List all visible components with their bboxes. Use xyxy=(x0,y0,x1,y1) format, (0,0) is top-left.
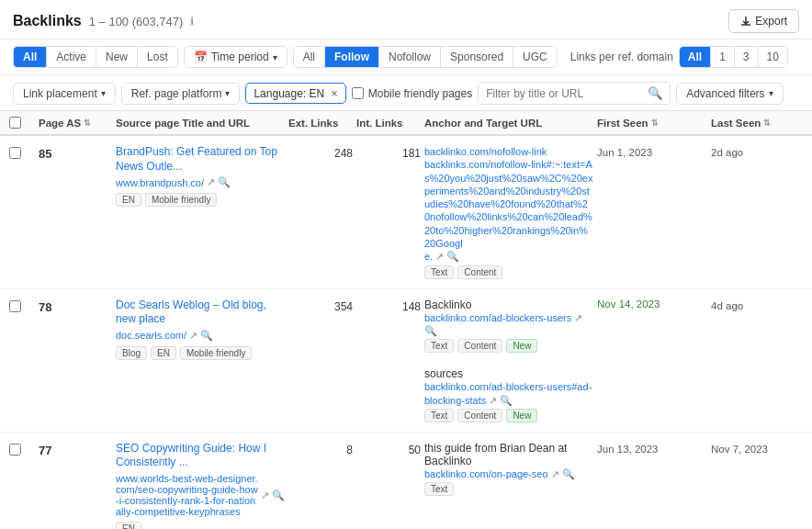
sort-page-as-icon[interactable]: ⇅ xyxy=(84,118,91,128)
tab-lost[interactable]: Lost xyxy=(138,47,177,67)
int-links-3: 50 xyxy=(356,442,421,456)
last-seen-1: 2d ago xyxy=(711,145,803,158)
table-row: 77 SEO Copywriting Guide: How I Consiste… xyxy=(0,433,812,529)
first-seen-3: Jun 13, 2023 xyxy=(597,442,707,455)
url-filter-input[interactable] xyxy=(479,84,641,104)
source-url-link-1[interactable]: www.brandpush.co/ xyxy=(116,177,204,188)
ref-page-platform-dropdown[interactable]: Ref. page platform ▾ xyxy=(121,83,241,105)
link-placement-dropdown[interactable]: Link placement ▾ xyxy=(13,83,116,105)
col-last-seen: Last Seen ⇅ xyxy=(711,118,803,129)
source-url-link-2[interactable]: doc.searls.com/ xyxy=(116,330,186,341)
first-seen-2: Nov 14, 2023 xyxy=(597,298,707,310)
follow-tab-nofollow[interactable]: Nofollow xyxy=(379,47,441,67)
source-tags-1: EN Mobile friendly xyxy=(116,193,285,207)
info-icon[interactable]: ℹ xyxy=(190,16,194,28)
export-button[interactable]: Export xyxy=(728,9,799,33)
chevron-down-icon: ▾ xyxy=(101,88,106,98)
anchor-tags-3: Text xyxy=(424,482,593,496)
backlinks-count: 1 – 100 (603,747) xyxy=(89,15,184,28)
links-per-ref-label: Links per ref. domain xyxy=(570,51,673,63)
row-checkbox-3 xyxy=(9,442,35,458)
tab-new[interactable]: New xyxy=(96,47,138,67)
chevron-down-icon: ▾ xyxy=(769,88,773,98)
tag-blog: Blog xyxy=(116,346,147,360)
search-icon[interactable]: 🔍 xyxy=(500,395,513,406)
external-link-icon[interactable]: ↗ xyxy=(489,395,497,406)
tab-all[interactable]: All xyxy=(14,47,47,67)
follow-tab-ugc[interactable]: UGC xyxy=(513,47,557,67)
source-title-2[interactable]: Doc Searls Weblog – Old blog, new place xyxy=(116,298,285,327)
tag-en: EN xyxy=(151,346,176,360)
num-btn-10[interactable]: 10 xyxy=(759,47,787,67)
col-int: Int. Links xyxy=(356,118,421,129)
last-seen-2: 4d ago xyxy=(711,298,803,311)
search-icon[interactable]: 🔍 xyxy=(446,251,459,262)
tag-mobile: Mobile friendly xyxy=(180,346,252,360)
anchor-col-2: Backlinko backlinko.com/ad-blockers-user… xyxy=(424,298,593,422)
filter-bar-2: Link placement ▾ Ref. page platform ▾ La… xyxy=(0,75,812,111)
source-url-3: www.worlds-best-web-designer.com/seo-cop… xyxy=(116,473,285,517)
ext-links-3: 8 xyxy=(288,442,353,456)
language-filter: Language: EN × xyxy=(245,83,345,104)
follow-tab-all[interactable]: All xyxy=(294,47,325,67)
links-per-ref-group: All 1 3 10 xyxy=(679,46,788,68)
row-checkbox-2 xyxy=(9,298,35,315)
follow-tab-sponsored[interactable]: Sponsored xyxy=(441,47,513,67)
num-btn-all[interactable]: All xyxy=(680,47,711,67)
anchor-tags-2a: Text Content New xyxy=(424,339,593,353)
external-link-icon[interactable]: ↗ xyxy=(574,312,582,323)
tag-text: Text xyxy=(424,482,454,496)
language-filter-value: Language: EN xyxy=(254,87,324,100)
search-icon[interactable]: 🔍 xyxy=(200,330,213,342)
anchor-section-2a: Backlinko backlinko.com/ad-blockers-user… xyxy=(424,298,593,354)
source-title-3[interactable]: SEO Copywriting Guide: How I Consistentl… xyxy=(116,442,285,470)
int-links-1: 181 xyxy=(356,145,421,160)
page-as-3: 77 xyxy=(39,442,112,457)
search-icon[interactable]: 🔍 xyxy=(272,490,285,501)
external-link-icon[interactable]: ↗ xyxy=(551,468,559,479)
num-btn-1[interactable]: 1 xyxy=(711,47,735,67)
num-btn-3[interactable]: 3 xyxy=(735,47,759,67)
mobile-friendly-label: Mobile friendly pages xyxy=(368,87,472,100)
table-header: Page AS ⇅ Source page Title and URL Ext.… xyxy=(0,111,812,136)
follow-tab-follow[interactable]: Follow xyxy=(325,47,379,67)
page-title: Backlinks xyxy=(13,13,82,29)
top-bar: Backlinks 1 – 100 (603,747) ℹ Export xyxy=(0,0,812,39)
external-link-icon[interactable]: ↗ xyxy=(189,330,197,342)
col-anchor: Anchor and Target URL xyxy=(424,118,593,129)
source-title-1[interactable]: BrandPush: Get Featured on Top News Outl… xyxy=(116,145,285,174)
mobile-friendly-checkbox[interactable] xyxy=(352,87,364,99)
tag-en: EN xyxy=(116,193,141,207)
search-icon[interactable]: 🔍 xyxy=(218,176,231,188)
int-links-2: 148 xyxy=(356,298,421,313)
chevron-down-icon: ▾ xyxy=(273,52,277,62)
anchor-url-3: backlinko.com/on-page-seo ↗ 🔍 xyxy=(424,467,593,480)
anchor-col-1: backlinko.com/nofollow-link backlinks.co… xyxy=(424,145,593,279)
export-icon xyxy=(740,16,751,27)
time-period-button[interactable]: 📅 Time period ▾ xyxy=(184,46,288,68)
anchor-name-2b: sources xyxy=(424,367,593,380)
external-link-icon[interactable]: ↗ xyxy=(207,176,215,188)
advanced-filters-button[interactable]: Advanced filters ▾ xyxy=(676,83,783,105)
url-filter-input-group: 🔍 xyxy=(478,82,671,105)
chevron-down-icon: ▾ xyxy=(225,88,230,98)
anchor-url-1: backlinko.com/nofollow-link backlinks.co… xyxy=(424,145,593,264)
search-icon[interactable]: 🔍 xyxy=(562,468,575,479)
ext-links-1: 248 xyxy=(288,145,353,160)
source-tags-3: EN xyxy=(116,522,285,529)
language-filter-clear[interactable]: × xyxy=(331,86,338,100)
url-filter-search-button[interactable]: 🔍 xyxy=(641,83,670,104)
external-link-icon[interactable]: ↗ xyxy=(261,490,269,501)
row-checkbox-1 xyxy=(9,145,35,162)
tag-text: Text xyxy=(424,409,454,422)
tab-active[interactable]: Active xyxy=(47,47,96,67)
search-icon[interactable]: 🔍 xyxy=(424,325,437,336)
sort-last-seen-icon[interactable]: ⇅ xyxy=(763,118,771,128)
sort-first-seen-icon[interactable]: ⇅ xyxy=(651,118,659,128)
select-all-checkbox[interactable] xyxy=(9,117,21,129)
source-url-2: doc.searls.com/ ↗ 🔍 xyxy=(116,330,285,342)
filter-bar-1: All Active New Lost 📅 Time period ▾ All … xyxy=(0,39,812,75)
page-as-2: 78 xyxy=(39,298,112,314)
tag-text: Text xyxy=(424,265,454,279)
external-link-icon[interactable]: ↗ xyxy=(435,251,444,262)
